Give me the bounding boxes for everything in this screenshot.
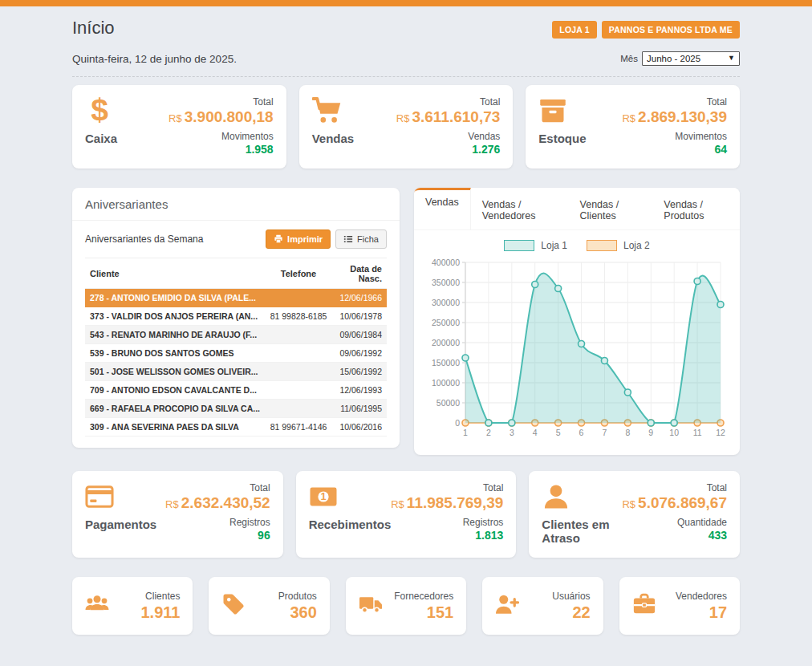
sub-label: Quantidade (622, 517, 727, 528)
company-badge[interactable]: PANNOS E PANNOS LTDA ME (602, 21, 740, 39)
total-value: R$11.985.769,39 (391, 494, 503, 512)
table-row[interactable]: 373 - VALDIR DOS ANJOS PEREIRA (AN...81 … (85, 307, 387, 326)
dollar-icon (85, 96, 114, 125)
sales-chart-panel: VendasVendas / VendedoresVendas / Client… (414, 188, 740, 455)
currency-prefix: R$ (622, 112, 635, 124)
tag-icon (221, 592, 246, 616)
total-value: R$3.611.610,73 (396, 108, 501, 126)
users-icon (85, 592, 109, 616)
svg-text:9: 9 (648, 428, 653, 437)
total-value: R$2.632.430,52 (165, 494, 270, 512)
svg-text:1: 1 (463, 428, 468, 437)
cell-cliente: 543 - RENATO MARINHO DE ARAUJO (F... (85, 326, 265, 344)
count-value: 360 (278, 603, 317, 622)
count-label: Fornecedores (394, 591, 453, 602)
svg-text:150000: 150000 (432, 358, 460, 368)
total-label: Total (165, 482, 270, 493)
date-row: Quinta-feira, 12 de junho de 2025. Mês J… (72, 51, 740, 77)
cell-cliente: 539 - BRUNO DOS SANTOS GOMES (85, 344, 265, 363)
stat-card-recebimentos: RecebimentosTotalR$11.985.769,39Registro… (296, 471, 517, 558)
user-icon (542, 482, 570, 511)
cell-cliente: 709 - ANTONIO EDSON CAVALCANTE D... (85, 381, 265, 400)
ficha-button[interactable]: Ficha (335, 229, 387, 249)
legend-swatch (504, 240, 534, 251)
sub-value: 96 (165, 529, 270, 542)
table-row[interactable]: 543 - RENATO MARINHO DE ARAUJO (F...09/0… (85, 326, 387, 344)
count-value: 151 (394, 603, 453, 622)
count-cards-row: Clientes1.911Produtos360Fornecedores151U… (72, 577, 740, 635)
legend-item-loja-1: Loja 1 (504, 240, 567, 251)
total-label: Total (391, 482, 503, 493)
stat-card-title: Clientes em Atraso (542, 518, 622, 545)
stat-card-pagamentos: PagamentosTotalR$2.632.430,52Registros96 (72, 471, 283, 558)
stat-cards-row-2: PagamentosTotalR$2.632.430,52Registros96… (72, 471, 740, 558)
print-button[interactable]: Imprimir (266, 229, 331, 249)
sub-value: 1.276 (396, 143, 501, 156)
stat-card-clientes-em-atraso: Clientes em AtrasoTotalR$5.076.869,67Qua… (529, 471, 740, 558)
table-row[interactable]: 501 - JOSE WELISSON GOMES OLIVEIR...15/0… (85, 363, 387, 381)
legend-label: Loja 2 (623, 240, 650, 251)
cell-telefone: 81 99671-4146 (265, 418, 332, 437)
dashboard-container: Início LOJA 1 PANNOS E PANNOS LTDA ME Qu… (72, 6, 740, 635)
table-row[interactable]: 309 - ANA SEVERINA PAES DA SILVA81 99671… (85, 418, 387, 437)
svg-text:3: 3 (510, 428, 514, 437)
sub-label: Vendas (396, 131, 501, 142)
badge-group: LOJA 1 PANNOS E PANNOS LTDA ME (552, 21, 740, 39)
cell-telefone (265, 381, 332, 400)
cart-icon (312, 96, 341, 125)
svg-text:300000: 300000 (432, 298, 460, 307)
cell-data-nasc: 10/06/2016 (332, 418, 387, 437)
count-label: Vendedores (676, 591, 727, 602)
total-label: Total (168, 96, 274, 108)
chart-tabs: VendasVendas / VendedoresVendas / Client… (414, 188, 740, 230)
month-select[interactable]: Junho - 2025 (642, 51, 740, 66)
svg-text:8: 8 (625, 428, 630, 437)
svg-text:250000: 250000 (432, 318, 460, 327)
month-filter: Mês Junho - 2025 ▼ (620, 51, 740, 66)
cell-telefone (265, 400, 332, 418)
cell-cliente: 669 - RAFAELA PROCOPIO DA SILVA CA... (85, 400, 265, 418)
cell-data-nasc: 09/06/1984 (332, 326, 387, 344)
cell-data-nasc: 10/06/1978 (332, 307, 387, 326)
currency-prefix: R$ (396, 112, 410, 124)
count-card-vendedores: Vendedores17 (619, 577, 740, 635)
svg-text:50000: 50000 (436, 398, 460, 408)
middle-section: Aniversariantes Aniversariantes da Seman… (72, 188, 740, 455)
stat-cards-row-1: CaixaTotalR$3.900.800,18Movimentos1.958V… (72, 85, 740, 169)
tab-vendas-vendedores[interactable]: Vendas / Vendedores (471, 188, 569, 229)
table-header-row: Cliente Telefone Data de Nasc. (85, 258, 387, 289)
svg-text:200000: 200000 (432, 338, 460, 347)
count-label: Produtos (278, 591, 317, 602)
sub-value: 1.958 (168, 143, 274, 156)
table-row[interactable]: 669 - RAFAELA PROCOPIO DA SILVA CA...11/… (85, 400, 387, 418)
list-icon (343, 234, 353, 244)
total-value: R$2.869.130,39 (622, 108, 727, 126)
stat-card-estoque: EstoqueTotalR$2.869.130,39Movimentos64 (526, 85, 740, 169)
count-card-fornecedores: Fornecedores151 (346, 577, 466, 635)
svg-text:7: 7 (603, 428, 607, 437)
currency-prefix: R$ (622, 498, 635, 510)
cell-cliente: 373 - VALDIR DOS ANJOS PEREIRA (AN... (85, 307, 265, 326)
sub-value: 433 (622, 529, 727, 542)
svg-text:2: 2 (486, 428, 491, 437)
store-badge[interactable]: LOJA 1 (552, 21, 597, 39)
sub-label: Movimentos (622, 131, 727, 142)
credit-card-icon (85, 482, 114, 511)
tab-vendas[interactable]: Vendas (414, 188, 471, 229)
tab-vendas-clientes[interactable]: Vendas / Clientes (569, 188, 653, 229)
box-icon (538, 96, 567, 125)
birthdays-panel: Aniversariantes Aniversariantes da Seman… (72, 188, 400, 448)
legend-swatch (587, 240, 617, 251)
table-row[interactable]: 278 - ANTONIO EMIDIO DA SILVA (PALE...12… (85, 289, 387, 307)
count-value: 17 (676, 603, 727, 622)
table-row[interactable]: 709 - ANTONIO EDSON CAVALCANTE D...12/06… (85, 381, 387, 400)
stat-card-title: Vendas (312, 132, 355, 145)
printer-icon (274, 234, 283, 244)
svg-text:100000: 100000 (432, 378, 460, 388)
cell-cliente: 501 - JOSE WELISSON GOMES OLIVEIR... (85, 363, 265, 381)
tab-vendas-produtos[interactable]: Vendas / Produtos (652, 188, 740, 229)
table-row[interactable]: 539 - BRUNO DOS SANTOS GOMES09/06/1992 (85, 344, 387, 363)
briefcase-icon (632, 592, 656, 616)
truck-icon (359, 592, 383, 616)
count-card-clientes: Clientes1.911 (72, 577, 193, 635)
